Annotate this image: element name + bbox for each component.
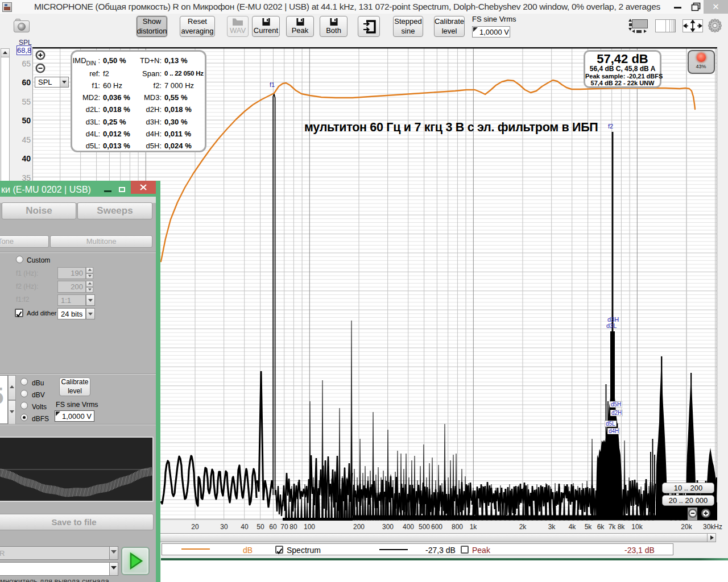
svg-text:мультитон 60 Гц и 7 кгц 3 В с: мультитон 60 Гц и 7 кгц 3 В с эл. фильтр… bbox=[304, 120, 598, 134]
